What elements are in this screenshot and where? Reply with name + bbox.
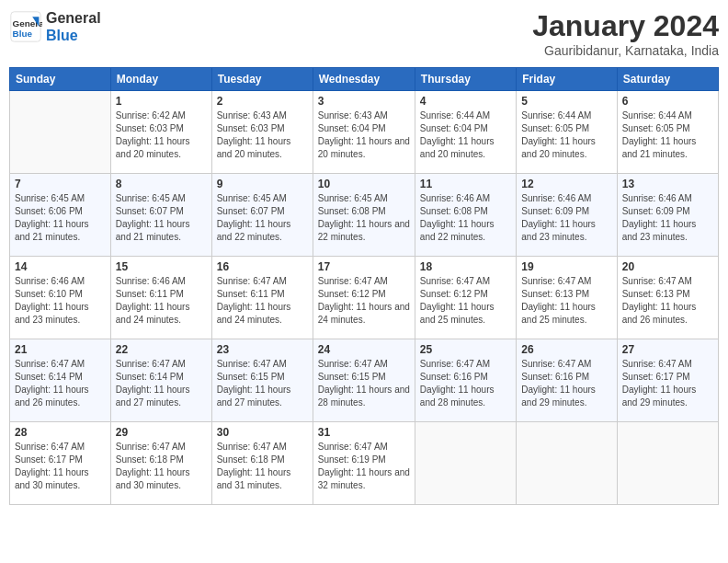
day-number: 30 xyxy=(217,426,308,439)
calendar-cell: 4Sunrise: 6:44 AM Sunset: 6:04 PM Daylig… xyxy=(415,91,516,174)
calendar-header-row: SundayMondayTuesdayWednesdayThursdayFrid… xyxy=(10,68,719,91)
day-info: Sunrise: 6:44 AM Sunset: 6:04 PM Dayligh… xyxy=(420,109,511,161)
day-info: Sunrise: 6:47 AM Sunset: 6:11 PM Dayligh… xyxy=(217,275,308,327)
day-number: 13 xyxy=(622,178,713,190)
day-info: Sunrise: 6:47 AM Sunset: 6:13 PM Dayligh… xyxy=(622,275,713,327)
svg-text:Blue: Blue xyxy=(13,29,33,39)
day-info: Sunrise: 6:47 AM Sunset: 6:14 PM Dayligh… xyxy=(15,358,106,409)
day-info: Sunrise: 6:47 AM Sunset: 6:15 PM Dayligh… xyxy=(318,358,410,409)
title-block: January 2024 Gauribidanur, Karnataka, In… xyxy=(532,9,719,58)
day-info: Sunrise: 6:46 AM Sunset: 6:09 PM Dayligh… xyxy=(521,192,611,244)
day-number: 1 xyxy=(116,95,207,108)
day-number: 5 xyxy=(521,95,611,108)
day-number: 17 xyxy=(318,260,410,273)
day-of-week-header: Thursday xyxy=(415,68,516,91)
calendar-cell: 15Sunrise: 6:46 AM Sunset: 6:11 PM Dayli… xyxy=(110,257,211,339)
day-number: 12 xyxy=(521,178,611,190)
calendar-cell: 17Sunrise: 6:47 AM Sunset: 6:12 PM Dayli… xyxy=(313,257,415,339)
calendar-cell xyxy=(617,422,718,505)
day-number: 21 xyxy=(15,343,106,356)
calendar-cell xyxy=(415,422,516,505)
calendar-cell: 6Sunrise: 6:44 AM Sunset: 6:05 PM Daylig… xyxy=(617,91,718,174)
calendar-cell: 24Sunrise: 6:47 AM Sunset: 6:15 PM Dayli… xyxy=(313,339,415,422)
day-number: 22 xyxy=(116,343,207,356)
day-of-week-header: Wednesday xyxy=(313,68,415,91)
calendar-cell: 14Sunrise: 6:46 AM Sunset: 6:10 PM Dayli… xyxy=(10,257,111,339)
calendar-cell xyxy=(517,422,617,505)
logo: General Blue General Blue xyxy=(9,9,101,44)
logo-blue: Blue xyxy=(46,27,101,44)
day-of-week-header: Friday xyxy=(517,68,617,91)
day-info: Sunrise: 6:42 AM Sunset: 6:03 PM Dayligh… xyxy=(116,109,207,161)
calendar-cell: 11Sunrise: 6:46 AM Sunset: 6:08 PM Dayli… xyxy=(415,174,516,257)
day-info: Sunrise: 6:46 AM Sunset: 6:11 PM Dayligh… xyxy=(116,275,207,327)
day-number: 14 xyxy=(15,260,106,273)
calendar-table: SundayMondayTuesdayWednesdayThursdayFrid… xyxy=(9,67,719,505)
calendar-week-row: 28Sunrise: 6:47 AM Sunset: 6:17 PM Dayli… xyxy=(10,422,719,505)
calendar-cell: 3Sunrise: 6:43 AM Sunset: 6:04 PM Daylig… xyxy=(313,91,415,174)
day-of-week-header: Tuesday xyxy=(211,68,313,91)
day-number: 20 xyxy=(622,260,713,273)
day-number: 3 xyxy=(318,95,410,108)
day-number: 6 xyxy=(622,95,713,108)
day-info: Sunrise: 6:47 AM Sunset: 6:16 PM Dayligh… xyxy=(521,358,611,409)
calendar-cell: 7Sunrise: 6:45 AM Sunset: 6:06 PM Daylig… xyxy=(10,174,111,257)
day-number: 19 xyxy=(521,260,611,273)
day-info: Sunrise: 6:43 AM Sunset: 6:04 PM Dayligh… xyxy=(318,109,410,161)
day-of-week-header: Monday xyxy=(110,68,211,91)
day-info: Sunrise: 6:47 AM Sunset: 6:16 PM Dayligh… xyxy=(420,358,511,409)
day-of-week-header: Sunday xyxy=(10,68,111,91)
logo-icon: General Blue xyxy=(9,10,42,43)
day-number: 27 xyxy=(622,343,713,356)
calendar-cell: 20Sunrise: 6:47 AM Sunset: 6:13 PM Dayli… xyxy=(617,257,718,339)
day-number: 18 xyxy=(420,260,511,273)
calendar-cell: 10Sunrise: 6:45 AM Sunset: 6:08 PM Dayli… xyxy=(313,174,415,257)
calendar-cell: 12Sunrise: 6:46 AM Sunset: 6:09 PM Dayli… xyxy=(517,174,617,257)
calendar-cell: 1Sunrise: 6:42 AM Sunset: 6:03 PM Daylig… xyxy=(110,91,211,174)
day-number: 29 xyxy=(116,426,207,439)
calendar-cell: 16Sunrise: 6:47 AM Sunset: 6:11 PM Dayli… xyxy=(211,257,313,339)
day-number: 23 xyxy=(217,343,308,356)
month-title: January 2024 xyxy=(532,9,719,43)
day-info: Sunrise: 6:44 AM Sunset: 6:05 PM Dayligh… xyxy=(622,109,713,161)
day-number: 8 xyxy=(116,178,207,190)
day-number: 9 xyxy=(217,178,308,190)
calendar-week-row: 14Sunrise: 6:46 AM Sunset: 6:10 PM Dayli… xyxy=(10,257,719,339)
calendar-cell: 27Sunrise: 6:47 AM Sunset: 6:17 PM Dayli… xyxy=(617,339,718,422)
day-info: Sunrise: 6:47 AM Sunset: 6:19 PM Dayligh… xyxy=(318,441,410,492)
day-number: 7 xyxy=(15,178,106,190)
day-info: Sunrise: 6:46 AM Sunset: 6:10 PM Dayligh… xyxy=(15,275,106,327)
calendar-cell: 5Sunrise: 6:44 AM Sunset: 6:05 PM Daylig… xyxy=(517,91,617,174)
day-number: 16 xyxy=(217,260,308,273)
calendar-cell xyxy=(10,91,111,174)
calendar-cell: 19Sunrise: 6:47 AM Sunset: 6:13 PM Dayli… xyxy=(517,257,617,339)
day-number: 26 xyxy=(521,343,611,356)
day-info: Sunrise: 6:47 AM Sunset: 6:18 PM Dayligh… xyxy=(217,441,308,492)
location-subtitle: Gauribidanur, Karnataka, India xyxy=(532,43,719,58)
calendar-cell: 28Sunrise: 6:47 AM Sunset: 6:17 PM Dayli… xyxy=(10,422,111,505)
day-info: Sunrise: 6:45 AM Sunset: 6:06 PM Dayligh… xyxy=(15,192,106,244)
day-info: Sunrise: 6:46 AM Sunset: 6:09 PM Dayligh… xyxy=(622,192,713,244)
calendar-cell: 29Sunrise: 6:47 AM Sunset: 6:18 PM Dayli… xyxy=(110,422,211,505)
calendar-cell: 23Sunrise: 6:47 AM Sunset: 6:15 PM Dayli… xyxy=(211,339,313,422)
calendar-cell: 18Sunrise: 6:47 AM Sunset: 6:12 PM Dayli… xyxy=(415,257,516,339)
day-info: Sunrise: 6:47 AM Sunset: 6:14 PM Dayligh… xyxy=(116,358,207,409)
day-info: Sunrise: 6:47 AM Sunset: 6:15 PM Dayligh… xyxy=(217,358,308,409)
calendar-week-row: 1Sunrise: 6:42 AM Sunset: 6:03 PM Daylig… xyxy=(10,91,719,174)
day-number: 31 xyxy=(318,426,410,439)
day-info: Sunrise: 6:47 AM Sunset: 6:12 PM Dayligh… xyxy=(318,275,410,327)
calendar-cell: 9Sunrise: 6:45 AM Sunset: 6:07 PM Daylig… xyxy=(211,174,313,257)
calendar-cell: 30Sunrise: 6:47 AM Sunset: 6:18 PM Dayli… xyxy=(211,422,313,505)
day-number: 2 xyxy=(217,95,308,108)
day-number: 28 xyxy=(15,426,106,439)
page-header: General Blue General Blue January 2024 G… xyxy=(9,9,719,58)
calendar-cell: 2Sunrise: 6:43 AM Sunset: 6:03 PM Daylig… xyxy=(211,91,313,174)
calendar-week-row: 21Sunrise: 6:47 AM Sunset: 6:14 PM Dayli… xyxy=(10,339,719,422)
day-info: Sunrise: 6:46 AM Sunset: 6:08 PM Dayligh… xyxy=(420,192,511,244)
day-info: Sunrise: 6:45 AM Sunset: 6:07 PM Dayligh… xyxy=(217,192,308,244)
day-number: 24 xyxy=(318,343,410,356)
calendar-cell: 8Sunrise: 6:45 AM Sunset: 6:07 PM Daylig… xyxy=(110,174,211,257)
day-info: Sunrise: 6:47 AM Sunset: 6:17 PM Dayligh… xyxy=(15,441,106,492)
day-info: Sunrise: 6:45 AM Sunset: 6:07 PM Dayligh… xyxy=(116,192,207,244)
calendar-cell: 26Sunrise: 6:47 AM Sunset: 6:16 PM Dayli… xyxy=(517,339,617,422)
